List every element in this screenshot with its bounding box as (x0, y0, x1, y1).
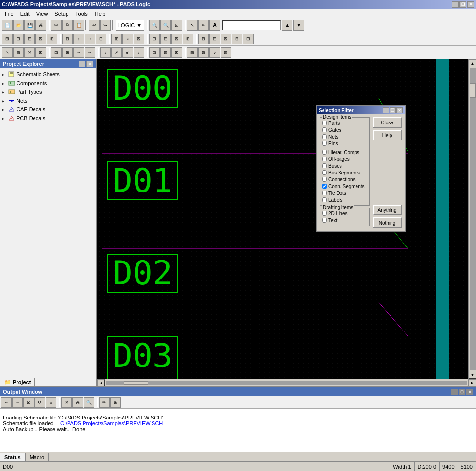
sf-close-button[interactable]: ✕ (396, 107, 403, 113)
tb2-b7[interactable]: ↕ (73, 34, 84, 44)
out-refresh-button[interactable]: ↺ (34, 397, 45, 408)
tb2-b9[interactable]: ⊡ (96, 34, 106, 44)
redo-button[interactable]: ↪ (100, 20, 111, 31)
menu-view[interactable]: View (34, 10, 51, 17)
restore-button[interactable]: ❐ (459, 1, 466, 8)
nets-checkbox[interactable] (322, 134, 327, 139)
output-float-button[interactable]: ⊡ (459, 389, 465, 395)
tb3-b2[interactable]: ⊟ (13, 47, 24, 58)
logic-dropdown[interactable]: LOGIC ▼ (116, 20, 144, 31)
tb2-b13[interactable]: ⊡ (149, 34, 160, 44)
sf-restore-button[interactable]: ❐ (390, 107, 396, 113)
tb2-b21[interactable]: ⊡ (243, 34, 254, 44)
sf-minimize-button[interactable]: — (383, 107, 389, 113)
out-home-button[interactable]: ⌂ (46, 397, 56, 408)
close-btn[interactable]: Close (373, 117, 402, 128)
tb3-b14[interactable]: ⊟ (160, 47, 171, 58)
tb3-b8[interactable]: ↔ (85, 47, 95, 58)
vertical-scrollbar[interactable]: ▲ ▼ (468, 59, 476, 379)
tb3-b9[interactable]: ↕ (100, 47, 111, 58)
tree-item-pcb-decals[interactable]: ▸ PCB Decals (1, 114, 95, 122)
new-button[interactable]: 📄 (2, 20, 13, 31)
tree-item-components[interactable]: ▸ Components (1, 79, 95, 87)
connections-checkbox[interactable] (322, 177, 327, 182)
zoom-out-button[interactable]: 🔍 (160, 20, 171, 31)
tb3-b17[interactable]: ⊡ (198, 47, 209, 58)
save-button[interactable]: 💾 (24, 20, 35, 31)
tb3-b5[interactable]: ⊡ (51, 47, 62, 58)
tree-item-nets[interactable]: ▸ Nets (1, 96, 95, 105)
tb2-b18[interactable]: ⊟ (209, 34, 220, 44)
off-pages-checkbox[interactable] (322, 157, 327, 161)
scroll-thumb-vertical[interactable] (470, 83, 476, 98)
tb3-b19[interactable]: ⊟ (221, 47, 231, 58)
expand-icon-3[interactable]: ▸ (2, 89, 8, 95)
pins-checkbox[interactable] (322, 141, 327, 146)
explorer-close-button[interactable]: × (86, 61, 93, 67)
labels-checkbox[interactable] (322, 197, 327, 202)
tb2-b14[interactable]: ⊟ (160, 34, 171, 44)
select-all-button[interactable]: ⊞ (2, 34, 13, 44)
select-button[interactable]: ↖ (187, 20, 198, 31)
out-delete-button[interactable]: ✕ (61, 397, 72, 408)
tree-item-cae-decals[interactable]: ▸ CAE Decals (1, 105, 95, 114)
tb2-b17[interactable]: ⊡ (198, 34, 209, 44)
anything-btn[interactable]: Anything (373, 205, 402, 215)
paste-button[interactable]: 📋 (73, 20, 84, 31)
gates-checkbox[interactable] (322, 127, 327, 132)
tb2-b11[interactable]: ♪ (122, 34, 133, 44)
explorer-pin-button[interactable]: ─ (79, 61, 85, 67)
buses-checkbox[interactable] (322, 163, 327, 168)
tb2-b20[interactable]: ⊞ (232, 34, 242, 44)
2dlines-checkbox[interactable] (322, 211, 327, 216)
tb3-b16[interactable]: ⊞ (187, 47, 198, 58)
out-print-button[interactable]: 🖨 (72, 397, 83, 408)
menu-help[interactable]: Help (92, 10, 109, 17)
tb3-b7[interactable]: → (73, 47, 84, 58)
zoom-in-button[interactable]: 🔍 (149, 20, 160, 31)
out-edit-button[interactable]: ✏ (99, 397, 110, 408)
tb3-b15[interactable]: ⊠ (171, 47, 182, 58)
scroll-down-arrow[interactable]: ▼ (469, 371, 476, 379)
hierar-comps-checkbox[interactable] (322, 150, 327, 155)
status-tab[interactable]: Status (0, 453, 25, 461)
output-line2-link[interactable]: C:\PADS Projects\Samples\PREVIEW.SCH (60, 420, 163, 426)
output-close-button[interactable]: ✕ (466, 389, 473, 395)
tb3-b12[interactable]: ↕ (134, 47, 144, 58)
menu-tools[interactable]: Tools (72, 10, 91, 17)
expand-icon-4[interactable]: ▸ (2, 98, 8, 104)
out-back-button[interactable]: ← (1, 397, 12, 408)
undo-button[interactable]: ↩ (89, 20, 100, 31)
out-table-button[interactable]: ⊞ (110, 397, 121, 408)
tree-item-schematic-sheets[interactable]: ▸ Schematic Sheets (1, 70, 95, 79)
tree-item-part-types[interactable]: ▸ Part Types (1, 87, 95, 96)
fit-button[interactable]: ⊡ (171, 20, 182, 31)
minimize-button[interactable]: — (452, 1, 459, 8)
tb3-b10[interactable]: ↗ (111, 47, 122, 58)
tb2-b5[interactable]: ⊞ (47, 34, 57, 44)
print-button[interactable]: 🖨 (35, 20, 46, 31)
tie-dots-checkbox[interactable] (322, 191, 327, 195)
tb3-b3[interactable]: ✕ (24, 47, 35, 58)
scroll-left-arrow[interactable]: ◄ (97, 379, 105, 387)
down-arrow-button[interactable]: ▼ (293, 20, 304, 31)
text-button[interactable]: A (209, 20, 220, 31)
tb3-b4[interactable]: ⊠ (35, 47, 46, 58)
menu-setup[interactable]: Setup (51, 10, 71, 17)
text-field[interactable] (222, 20, 281, 30)
scroll-right-arrow[interactable]: ► (468, 379, 476, 387)
open-button[interactable]: 📂 (13, 20, 24, 31)
conn-segments-checkbox[interactable] (322, 184, 327, 189)
expand-icon-2[interactable]: ▸ (2, 81, 8, 86)
expand-icon-6[interactable]: ▸ (2, 116, 8, 121)
tb2-b6[interactable]: ⊟ (62, 34, 73, 44)
tb2-b16[interactable]: ⊞ (183, 34, 193, 44)
project-tab[interactable]: 📁 Project (0, 378, 35, 386)
nothing-btn[interactable]: Nothing (373, 217, 402, 228)
menu-file[interactable]: File (2, 10, 17, 17)
expand-icon[interactable]: ▸ (2, 72, 8, 77)
tb3-b6[interactable]: ⊞ (62, 47, 73, 58)
help-btn[interactable]: Help (373, 130, 402, 140)
scroll-thumb-horizontal[interactable] (124, 381, 148, 385)
tb2-b4[interactable]: ⊠ (35, 34, 46, 44)
